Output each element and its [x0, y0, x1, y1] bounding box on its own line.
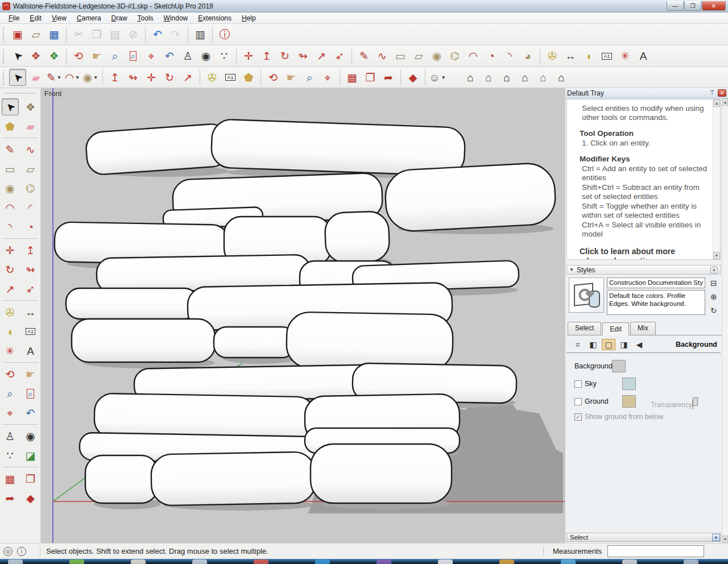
- view-right-button[interactable]: ⌂: [516, 69, 533, 86]
- select-tool[interactable]: ➤: [9, 69, 26, 86]
- help-info-icon[interactable]: i: [17, 547, 26, 556]
- rotated-rectangle-tool[interactable]: ▱: [410, 48, 427, 65]
- secondary-pane-icon[interactable]: ⊟: [710, 279, 717, 288]
- windows-taskbar[interactable]: [0, 559, 728, 564]
- modeling-settings-icon[interactable]: ◀: [632, 339, 646, 350]
- arc-tool[interactable]: ◠: [465, 48, 482, 65]
- eraser-tool[interactable]: ▰: [27, 69, 44, 86]
- three-d-text-tool[interactable]: A: [22, 342, 39, 359]
- zoom-window-tool[interactable]: ⌕: [22, 385, 39, 402]
- taskbar-app-icon[interactable]: [684, 559, 698, 564]
- transparency-slider[interactable]: [692, 400, 693, 409]
- menu-tools[interactable]: Tools: [133, 13, 159, 23]
- axes-tool[interactable]: ✳: [2, 342, 19, 359]
- circle-tool[interactable]: ◉: [428, 48, 445, 65]
- menu-edit[interactable]: Edit: [24, 13, 47, 23]
- pie-tool[interactable]: ◔: [22, 218, 39, 235]
- stone[interactable]: [286, 312, 453, 370]
- three-point-arc-tool[interactable]: ◝: [2, 218, 19, 235]
- taskbar-app-icon[interactable]: [377, 559, 391, 564]
- pie-tool[interactable]: ◔: [483, 48, 500, 65]
- rotate-tool[interactable]: ↻: [276, 48, 293, 65]
- circle-tool[interactable]: ◉: [2, 180, 19, 197]
- model-info-button[interactable]: ⓘ: [216, 26, 233, 43]
- rotate-tool[interactable]: ↻: [2, 261, 19, 278]
- create-style-icon[interactable]: ⊕: [710, 292, 717, 301]
- scroll-down-icon[interactable]: ▼: [713, 252, 720, 259]
- move-tool[interactable]: ✛: [2, 242, 19, 259]
- send-to-layout-button[interactable]: ➦: [2, 490, 19, 507]
- move-tool[interactable]: ✛: [240, 48, 257, 65]
- taskbar-app-icon[interactable]: [131, 559, 146, 564]
- edge-settings-icon[interactable]: ⌗: [571, 339, 585, 350]
- ruby-console-button[interactable]: ◆: [22, 490, 39, 507]
- freehand-tool[interactable]: ∿: [22, 141, 39, 158]
- model-viewport[interactable]: Front: [41, 88, 565, 543]
- redo-button[interactable]: ↷: [167, 26, 184, 43]
- line-tool[interactable]: ✎: [2, 141, 19, 158]
- dimension-tool[interactable]: ↔: [562, 48, 579, 65]
- tray-scroll-down-icon[interactable]: ▼: [722, 536, 728, 543]
- dropdown-arrow-icon[interactable]: ▼: [441, 75, 446, 80]
- protractor-tool[interactable]: ◖: [580, 48, 597, 65]
- ground-color-swatch[interactable]: [622, 395, 636, 408]
- paint-bucket-tool[interactable]: ⬟: [2, 118, 19, 135]
- three-point-arc-tool[interactable]: ◝: [501, 48, 518, 65]
- circle-tool[interactable]: ◉▼: [82, 69, 99, 86]
- rectangle-tool[interactable]: ▭: [2, 160, 19, 177]
- position-camera-tool[interactable]: ♙: [179, 48, 196, 65]
- view-top-button[interactable]: ⌂: [480, 69, 497, 86]
- warehouse-3d-button[interactable]: ▦: [2, 470, 19, 487]
- follow-me-tool[interactable]: ↬: [125, 69, 142, 86]
- update-style-icon[interactable]: ↻: [710, 306, 717, 315]
- view-left-button[interactable]: ⌂: [553, 69, 570, 86]
- three-d-text-tool[interactable]: A: [635, 48, 652, 65]
- expand-panel-icon[interactable]: ▼: [712, 534, 720, 541]
- dropdown-arrow-icon[interactable]: ▼: [57, 75, 61, 80]
- tray-scrollbar[interactable]: ▲ ▼: [722, 98, 728, 543]
- component-tool-2[interactable]: ❖: [46, 48, 63, 65]
- zoom-extents-tool[interactable]: ⌖: [319, 69, 336, 86]
- orbit-tool[interactable]: ⟲: [2, 366, 19, 383]
- walk-tool[interactable]: ∵: [216, 48, 233, 65]
- dimension-tool[interactable]: ↔: [22, 304, 39, 321]
- show-ground-checkbox[interactable]: ✓: [574, 413, 582, 421]
- tab-select[interactable]: Select: [568, 322, 601, 335]
- view-front-button[interactable]: ⌂: [498, 69, 515, 86]
- line-tool[interactable]: ✎: [355, 48, 373, 65]
- stone[interactable]: [324, 211, 390, 263]
- close-button[interactable]: ✕: [702, 1, 726, 11]
- save-button[interactable]: ▦: [46, 26, 63, 43]
- view-back-button[interactable]: ⌂: [535, 69, 552, 86]
- text-tool[interactable]: A1: [22, 323, 39, 340]
- push-pull-tool[interactable]: ↥: [22, 242, 39, 259]
- protractor-tool[interactable]: ◖: [2, 323, 19, 340]
- warehouse-3d-button[interactable]: ▦: [344, 69, 361, 86]
- extension-warehouse-button[interactable]: ❒: [362, 69, 379, 86]
- menu-file[interactable]: File: [3, 13, 24, 23]
- new-button[interactable]: ▣: [9, 26, 26, 43]
- offset-tool[interactable]: ➶: [331, 48, 348, 65]
- follow-me-tool[interactable]: ↬: [295, 48, 312, 65]
- tab-edit[interactable]: Edit: [602, 322, 629, 335]
- collapsed-select-panel[interactable]: Select ▼: [566, 533, 721, 542]
- view-iso-button[interactable]: ⌂: [462, 69, 479, 86]
- text-tool[interactable]: A1: [598, 48, 615, 65]
- tab-mix[interactable]: Mix: [630, 322, 656, 335]
- tray-scroll-up-icon[interactable]: ▲: [722, 98, 728, 106]
- eraser-tool[interactable]: ▰: [22, 118, 39, 135]
- instructor-link[interactable]: Click to learn about more advanced opera…: [580, 247, 709, 260]
- stone[interactable]: [211, 119, 466, 176]
- tape-measure-tool[interactable]: ✇: [204, 69, 221, 86]
- taskbar-app-icon[interactable]: [254, 559, 268, 564]
- style-thumbnail[interactable]: ⟳: [569, 277, 604, 313]
- polygon-tool[interactable]: ⌬: [446, 48, 464, 65]
- ground-checkbox[interactable]: [574, 398, 582, 405]
- look-around-tool[interactable]: ◉: [197, 48, 214, 65]
- extension-warehouse-button[interactable]: ❒: [22, 470, 39, 487]
- line-tool[interactable]: ✎▼: [46, 69, 63, 86]
- stone[interactable]: [85, 123, 230, 175]
- send-to-layout-button[interactable]: ➦: [380, 69, 397, 86]
- tape-measure-tool[interactable]: ✇: [2, 304, 19, 321]
- stone[interactable]: [384, 162, 556, 232]
